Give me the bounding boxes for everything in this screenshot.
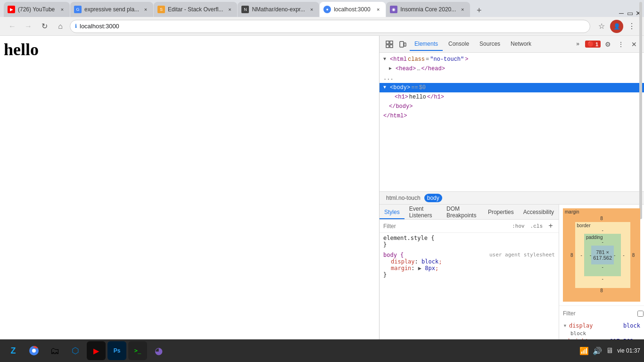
filter-input[interactable] xyxy=(383,223,508,230)
style-tabs: Styles Event Listeners DOM Breakpoints P… xyxy=(380,205,559,220)
webpage: hello xyxy=(0,36,379,339)
dom-line-body[interactable]: ▼ <body> == $0 xyxy=(380,83,644,92)
box-model: margin 8 8 border - - xyxy=(559,205,644,339)
main-content: hello xyxy=(0,36,644,339)
computed-display-source: block xyxy=(563,330,640,337)
css-rule-body: body { user agent stylesheet display: bl… xyxy=(383,252,555,278)
forward-button[interactable]: → xyxy=(22,20,35,33)
expand-html-arrow[interactable]: ▼ xyxy=(383,55,389,64)
devtools-inspect-button[interactable] xyxy=(383,38,396,50)
reload-button[interactable]: ↻ xyxy=(38,20,51,33)
dom-line-h1[interactable]: <h1>hello</h1> xyxy=(380,92,644,102)
taskbar: Z 🗂 ⬡ ▶ Ps >_ ◕ 📶 🔊 🖥 vie 01:37 xyxy=(0,339,644,362)
dom-line-body-close[interactable]: </body> xyxy=(380,102,644,111)
taskbar-terminal[interactable]: >_ xyxy=(128,341,147,360)
tab-insomnia[interactable]: ◉ Insomnia Core 2020... × xyxy=(386,2,470,17)
style-tab-dom-breakpoints[interactable]: DOM Breakpoints xyxy=(442,206,483,219)
box-model-visual: margin 8 8 border - - xyxy=(563,208,640,302)
filter-add-button[interactable]: + xyxy=(546,222,555,230)
dom-line-html-close[interactable]: </html> xyxy=(380,111,644,121)
devtools-tab-console[interactable]: Console xyxy=(444,38,474,51)
dom-tree[interactable]: ▼ <html class="no-touch"> ▶ <head>…</hea… xyxy=(380,53,644,191)
dom-line-head[interactable]: ▶ <head>…</head> xyxy=(380,64,644,74)
tab-youtube[interactable]: ▶ (726) YouTube × xyxy=(4,2,70,17)
devtools-settings-button[interactable]: ⚙ xyxy=(602,38,614,50)
maximize-button[interactable]: ▭ xyxy=(626,9,634,17)
toolbar-right: ☆ 👤 ⋮ xyxy=(595,20,638,33)
bookmark-star-icon[interactable]: ☆ xyxy=(595,20,608,33)
address-bar: ← → ↻ ⌂ ℹ localhost:3000 ☆ 👤 ⋮ xyxy=(0,17,644,36)
home-button[interactable]: ⌂ xyxy=(54,20,67,33)
dom-line-html[interactable]: ▼ <html class="no-touch"> xyxy=(380,55,644,64)
taskbar-timeshift[interactable]: ◕ xyxy=(149,341,168,360)
style-tab-event-listeners[interactable]: Event Listeners xyxy=(405,206,442,219)
margin-left-value: 8 xyxy=(570,253,573,258)
tab-close-youtube[interactable]: × xyxy=(58,6,66,13)
border-sides: - padding - - 781 × 617.562 xyxy=(581,234,625,276)
margin-top-value: 8 xyxy=(570,216,633,221)
chrome-menu-icon[interactable]: ⋮ xyxy=(625,20,638,33)
tab-close-editar[interactable]: × xyxy=(226,6,233,13)
devtools-tab-elements[interactable]: Elements xyxy=(410,38,443,51)
breadcrumb-html[interactable]: html.no-touch xyxy=(383,194,423,202)
taskbar-youtube-music[interactable]: ▶ xyxy=(87,341,106,360)
style-tab-accessibility[interactable]: Accessibility xyxy=(519,206,559,219)
tab-title-insomnia: Insomnia Core 2020... xyxy=(400,6,456,13)
devtools-tab-network[interactable]: Network xyxy=(506,38,536,51)
taskbar-photoshop[interactable]: Ps xyxy=(107,341,126,360)
expand-body-arrow[interactable]: ▼ xyxy=(383,83,389,92)
content-size: 781 × 617.562 xyxy=(593,249,612,261)
devtools-close-button[interactable]: ✕ xyxy=(628,38,640,50)
devtools-tab-more[interactable]: » xyxy=(571,38,584,51)
taskbar-zorin[interactable]: Z xyxy=(4,341,23,360)
secure-icon: ℹ xyxy=(75,23,77,29)
devtools-tab-sources[interactable]: Sources xyxy=(475,38,505,51)
tab-favicon-editar: S xyxy=(157,6,165,13)
style-tab-styles[interactable]: Styles xyxy=(380,206,405,219)
tab-close-insomnia[interactable]: × xyxy=(459,6,466,13)
show-all-checkbox[interactable] xyxy=(637,311,644,317)
taskbar-files[interactable]: 🗂 xyxy=(45,341,64,360)
breadcrumb-body[interactable]: body xyxy=(424,194,442,202)
minimize-button[interactable]: ─ xyxy=(618,9,625,17)
border-right-value: - xyxy=(623,253,624,258)
tab-expressive[interactable]: G expressive send pla... × xyxy=(70,2,153,17)
taskbar-chrome[interactable] xyxy=(25,341,43,360)
computed-row-display[interactable]: ▼ display block xyxy=(563,321,640,330)
tab-favicon-nmathar: N xyxy=(241,6,249,13)
tab-localhost[interactable]: ● localhost:3000 × xyxy=(320,2,386,17)
margin-right-value: 8 xyxy=(632,253,635,258)
computed-filter-input[interactable] xyxy=(563,310,634,317)
devtools-overflow-button[interactable]: ⋮ xyxy=(615,38,627,50)
style-tab-properties[interactable]: Properties xyxy=(483,206,519,219)
css-content: element.style { } body { user agent styl… xyxy=(380,233,559,339)
url-bar[interactable]: ℹ localhost:3000 xyxy=(70,20,590,33)
tab-close-expressive[interactable]: × xyxy=(142,6,149,13)
svg-rect-0 xyxy=(386,41,389,44)
computed-filter-row: Show all xyxy=(563,308,640,319)
padding-top-value: - xyxy=(590,239,615,245)
taskbar-vscode[interactable]: ⬡ xyxy=(66,341,85,360)
filter-hov-button[interactable]: :hov xyxy=(510,222,526,230)
devtools-device-button[interactable] xyxy=(396,38,409,50)
tab-editar[interactable]: S Editar - Stack Overfl... × xyxy=(154,2,237,17)
expand-head-arrow[interactable]: ▶ xyxy=(389,65,395,73)
tab-close-nmathar[interactable]: × xyxy=(308,6,315,13)
devtools-panel: Elements Console Sources Network » 🔴 1 ⚙… xyxy=(379,36,644,339)
error-count: 1 xyxy=(595,41,598,47)
error-badge[interactable]: 🔴 1 xyxy=(585,41,601,48)
new-tab-button[interactable]: + xyxy=(472,4,486,17)
tab-favicon-insomnia: ◉ xyxy=(390,6,397,13)
tab-favicon-youtube: ▶ xyxy=(8,6,15,13)
back-button[interactable]: ← xyxy=(6,20,19,33)
padding-sides: - 781 × 617.562 - xyxy=(590,246,615,264)
filter-cls-button[interactable]: .cls xyxy=(528,222,545,230)
computed-expand-display[interactable]: ▼ xyxy=(563,323,567,328)
tab-close-localhost[interactable]: × xyxy=(374,6,382,13)
devtools-topbar: Elements Console Sources Network » 🔴 1 ⚙… xyxy=(380,36,644,53)
volume-icon: 🔊 xyxy=(593,346,602,355)
tabs-bar: ▶ (726) YouTube × G expressive send pla.… xyxy=(0,0,644,17)
dom-line-dots: ... xyxy=(380,74,644,83)
profile-icon[interactable]: 👤 xyxy=(610,20,623,33)
tab-nmathar[interactable]: N NMathar/deno-expr... × xyxy=(238,2,319,17)
